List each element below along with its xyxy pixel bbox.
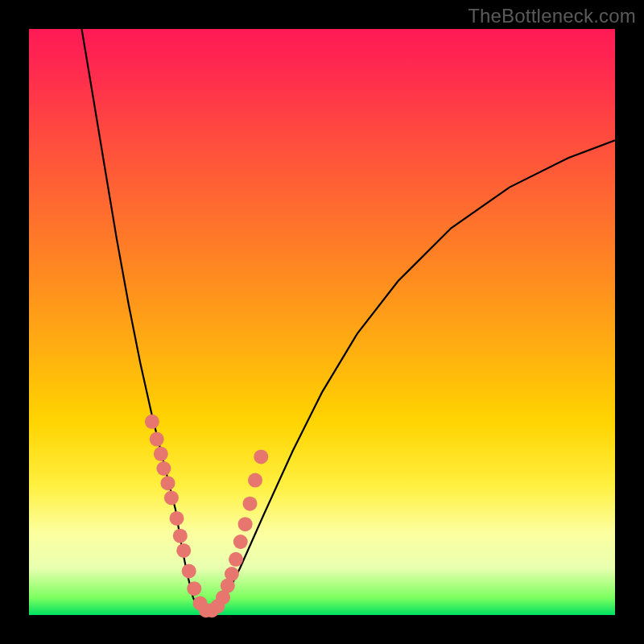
marker-dot [187, 581, 201, 596]
marker-dot [170, 511, 184, 526]
chart-svg [0, 0, 644, 644]
marker-dot [145, 415, 159, 429]
dots-group [145, 415, 268, 617]
marker-dot [150, 432, 164, 447]
chart-frame: TheBottleneck.com [0, 0, 644, 644]
marker-dot [176, 543, 191, 558]
marker-dot [164, 490, 179, 505]
marker-dot [225, 567, 239, 581]
marker-dot [233, 535, 248, 549]
curve-right-branch [222, 140, 615, 603]
watermark-text: TheBottleneck.com [468, 5, 636, 27]
marker-dot [229, 552, 243, 567]
marker-dot [238, 517, 253, 531]
curve-group [82, 29, 616, 612]
marker-dot [161, 476, 175, 490]
marker-dot [254, 449, 268, 464]
marker-dot [154, 447, 168, 461]
marker-dot [173, 529, 188, 543]
marker-dot [182, 564, 196, 578]
marker-dot [248, 473, 262, 488]
marker-dot [156, 461, 171, 476]
marker-dot [243, 497, 258, 511]
